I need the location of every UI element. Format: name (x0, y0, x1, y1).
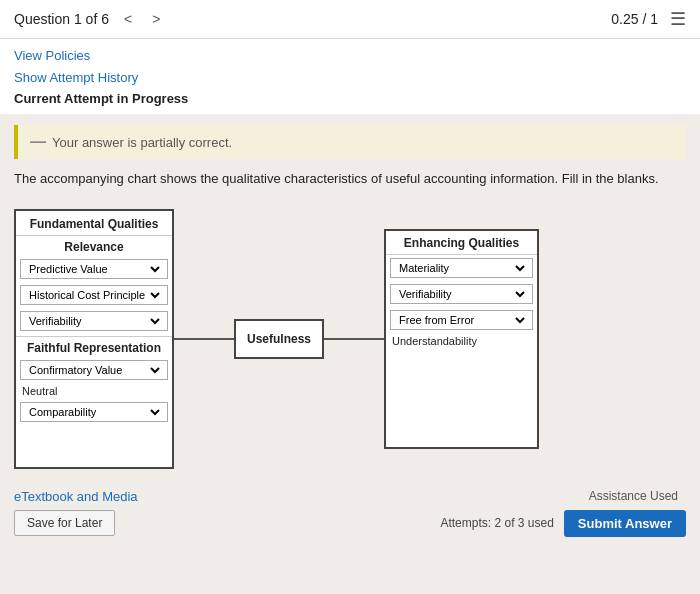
current-attempt-label: Current Attempt in Progress (14, 91, 686, 106)
faithful-section: Faithful Representation Confirmatory Val… (16, 336, 172, 425)
free-from-error-select[interactable]: Free from Error Materiality Verifiabilit… (395, 313, 528, 327)
comparability-row[interactable]: Comparability Understandability Timeline… (20, 402, 168, 422)
bottom-actions: Save for Later Attempts: 2 of 3 used Sub… (14, 510, 686, 537)
score-label: 0.25 / 1 (611, 11, 658, 27)
materiality-select[interactable]: Materiality Relevance Comparability (395, 261, 528, 275)
free-from-error-row[interactable]: Free from Error Materiality Verifiabilit… (390, 310, 533, 330)
relevance-label: Relevance (16, 236, 172, 256)
enhancing-title: Enhancing Qualities (386, 231, 537, 255)
materiality-row[interactable]: Materiality Relevance Comparability (390, 258, 533, 278)
understandability-label: Understandability (386, 333, 537, 349)
predictive-value-select[interactable]: Predictive Value Confirmatory Value Mate… (25, 262, 163, 276)
usefulness-area: Usefulness (234, 319, 324, 359)
right-actions: Attempts: 2 of 3 used Submit Answer (440, 510, 686, 537)
enhancing-qualities-box: Enhancing Qualities Materiality Relevanc… (384, 229, 539, 449)
menu-icon[interactable]: ☰ (670, 8, 686, 30)
connector-left (174, 338, 234, 340)
verifiability-select[interactable]: Verifiability Neutrality Comparability (25, 314, 163, 328)
line-left (174, 338, 234, 340)
usefulness-label: Usefulness (247, 332, 311, 346)
etextbook-link[interactable]: eTextbook and Media (14, 489, 138, 504)
dash-icon: — (30, 133, 46, 151)
top-bar-left: Question 1 of 6 < > (14, 9, 165, 29)
submit-answer-button[interactable]: Submit Answer (564, 510, 686, 537)
attempts-label: Attempts: 2 of 3 used (440, 516, 553, 530)
banner-text: Your answer is partially correct. (52, 135, 232, 150)
assistance-label: Assistance Used (589, 489, 678, 503)
top-bar-right: 0.25 / 1 ☰ (611, 8, 686, 30)
comparability-select[interactable]: Comparability Understandability Timeline… (25, 405, 163, 419)
verifiability-row[interactable]: Verifiability Neutrality Comparability (20, 311, 168, 331)
usefulness-box: Usefulness (234, 319, 324, 359)
sub-nav: View Policies Show Attempt History Curre… (0, 39, 700, 115)
partial-correct-banner: — Your answer is partially correct. (14, 125, 686, 159)
question-label: Question 1 of 6 (14, 11, 109, 27)
line-right (324, 338, 384, 340)
historical-cost-row[interactable]: Historical Cost Principle Predictive Val… (20, 285, 168, 305)
confirmatory-value-select[interactable]: Confirmatory Value Predictive Value Free… (25, 363, 163, 377)
faithful-rep-label: Faithful Representation (16, 337, 172, 357)
save-later-button[interactable]: Save for Later (14, 510, 115, 536)
bottom-footer: eTextbook and Media Assistance Used (14, 489, 686, 504)
connector-right (324, 338, 384, 340)
historical-cost-select[interactable]: Historical Cost Principle Predictive Val… (25, 288, 163, 302)
predictive-value-row[interactable]: Predictive Value Confirmatory Value Mate… (20, 259, 168, 279)
fundamental-qualities-box: Fundamental Qualities Relevance Predicti… (14, 209, 174, 469)
prev-button[interactable]: < (119, 9, 137, 29)
verifiability2-row[interactable]: Verifiability Timeliness Neutrality (390, 284, 533, 304)
question-text: The accompanying chart shows the qualita… (14, 169, 686, 189)
view-policies-link[interactable]: View Policies (14, 45, 686, 67)
verifiability2-select[interactable]: Verifiability Timeliness Neutrality (395, 287, 528, 301)
chart-container: Fundamental Qualities Relevance Predicti… (14, 199, 686, 479)
fundamental-title: Fundamental Qualities (16, 211, 172, 236)
neutral-label: Neutral (16, 383, 172, 399)
confirmatory-value-row[interactable]: Confirmatory Value Predictive Value Free… (20, 360, 168, 380)
show-attempt-link[interactable]: Show Attempt History (14, 67, 686, 89)
next-button[interactable]: > (147, 9, 165, 29)
top-bar: Question 1 of 6 < > 0.25 / 1 ☰ (0, 0, 700, 39)
